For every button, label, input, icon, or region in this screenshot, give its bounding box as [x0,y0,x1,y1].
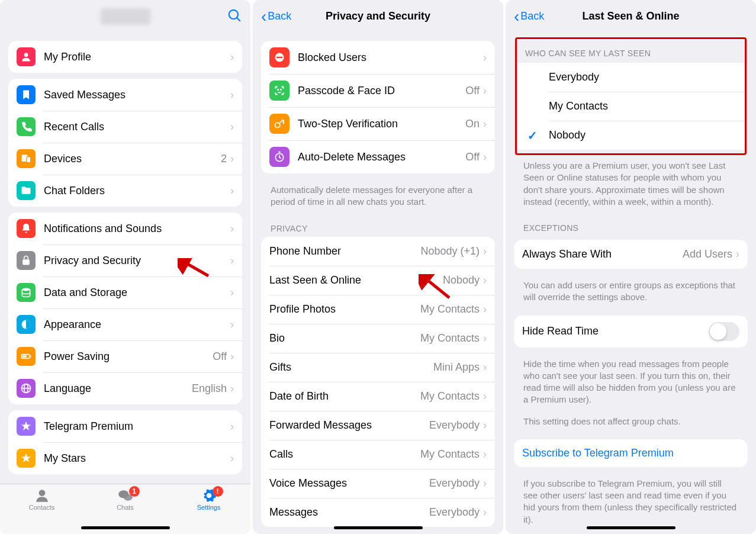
chevron-right-icon: › [483,85,487,97]
svg-point-0 [229,9,238,18]
svg-point-21 [278,89,279,91]
folder-icon [17,181,36,200]
row-label: Notifications and Sounds [44,223,230,235]
security-row-two-step-verification[interactable]: Two-Step Verification On › [261,107,495,140]
privacy-header: ‹Back Privacy and Security [253,0,503,33]
storage-icon [17,283,36,302]
chevron-right-icon: › [483,118,487,130]
always-share-row[interactable]: Always Share With Add Users › [514,240,748,269]
option-everybody[interactable]: Everybody [517,63,745,92]
chevron-right-icon: › [483,477,487,490]
svg-rect-4 [27,157,31,163]
settings-row-data-and-storage[interactable]: Data and Storage › [8,276,242,308]
settings-row-notifications-and-sounds[interactable]: Notifications and Sounds › [8,213,242,245]
devices-icon [17,149,36,168]
chevron-right-icon: › [736,248,739,260]
back-button[interactable]: ‹Back [261,8,291,25]
section-header: EXCEPTIONS [514,210,748,236]
svg-point-2 [24,53,28,57]
settings-row-chat-folders[interactable]: Chat Folders › [8,175,242,207]
chevron-left-icon: ‹ [514,8,519,25]
row-value: Off [465,85,480,97]
svg-rect-10 [22,355,27,357]
privacy-row-gifts[interactable]: Gifts Mini Apps › [261,353,495,382]
row-value: My Contacts [420,303,480,316]
lock-icon [17,251,36,270]
settings-row-privacy-and-security[interactable]: Privacy and Security › [8,245,242,276]
option-nobody[interactable]: ✓Nobody [517,121,745,150]
star-icon [17,417,36,436]
row-label: Appearance [44,319,230,331]
privacy-row-date-of-birth[interactable]: Date of Birth My Contacts › [261,382,495,411]
privacy-row-last-seen-online[interactable]: Last Seen & Online Nobody › [261,266,495,295]
security-row-auto-delete-messages[interactable]: Auto-Delete Messages Off › [261,140,495,173]
row-label: Data and Storage [44,287,230,299]
settings-row-power-saving[interactable]: Power Saving Off › [8,340,242,372]
tab-contacts[interactable]: Contacts [0,488,83,534]
chevron-right-icon: › [483,245,487,258]
chevron-right-icon: › [483,361,487,374]
privacy-row-calls[interactable]: Calls My Contacts › [261,440,495,469]
security-row-blocked-users[interactable]: Blocked Users › [261,41,495,74]
settings-row-language[interactable]: Language English › [8,372,242,404]
phone-icon [17,117,36,136]
footer-text: If you subscribe to Telegram Premium, yo… [514,473,748,534]
bell-icon [17,219,36,238]
chevron-left-icon: ‹ [261,8,266,25]
chevron-right-icon: › [230,319,234,331]
row-label: Chat Folders [44,185,230,197]
timer-icon [269,147,289,167]
row-label: Date of Birth [269,390,420,403]
settings-row-devices[interactable]: Devices 2 › [8,143,242,175]
privacy-row-messages[interactable]: Messages Everybody › [261,498,495,527]
toggle-switch[interactable] [709,322,739,341]
badge: 1 [129,486,140,497]
chevron-right-icon: › [483,448,487,461]
footer-text: This setting does not affect group chats… [514,408,748,430]
chevron-right-icon: › [483,303,487,316]
row-value: Everybody [429,419,480,432]
security-row-passcode-face-id[interactable]: Passcode & Face ID Off › [261,74,495,107]
chevron-right-icon: › [483,274,487,287]
row-label: Forwarded Messages [269,419,429,432]
privacy-row-bio[interactable]: Bio My Contacts › [261,324,495,353]
footer-text: Hide the time when you read messages fro… [514,353,748,408]
privacy-row-forwarded-messages[interactable]: Forwarded Messages Everybody › [261,411,495,440]
row-value: Off [213,350,227,363]
search-icon[interactable] [227,8,242,25]
row-value: Everybody [429,477,480,490]
row-label: Profile Photos [269,303,420,316]
option-my-contacts[interactable]: My Contacts [517,92,745,121]
bookmark-icon [17,85,36,104]
privacy-row-voice-messages[interactable]: Voice Messages Everybody › [261,469,495,498]
settings-row-my-stars[interactable]: My Stars › [8,442,242,474]
settings-row-my-profile[interactable]: My Profile › [8,41,242,73]
back-button[interactable]: ‹Back [514,8,544,25]
chevron-right-icon: › [230,153,234,165]
row-label: Always Share With [522,248,683,260]
row-label: My Profile [44,51,230,63]
hide-read-time-row[interactable]: Hide Read Time [514,316,748,348]
tab-settings[interactable]: Settings! [167,488,250,534]
row-label: Telegram Premium [44,420,230,433]
settings-row-appearance[interactable]: Appearance › [8,308,242,340]
chevron-right-icon: › [483,52,487,64]
settings-header [0,0,250,33]
privacy-row-phone-number[interactable]: Phone Number Nobody (+1) › [261,237,495,266]
row-value: Add Users [683,248,732,260]
tab-label: Chats [117,504,134,511]
svg-point-22 [281,89,282,91]
settings-row-recent-calls[interactable]: Recent Calls › [8,111,242,143]
row-label: Calls [269,448,420,461]
settings-row-telegram-premium[interactable]: Telegram Premium › [8,410,242,442]
row-label: Last Seen & Online [269,274,443,287]
row-value: Mini Apps [433,361,480,374]
row-label: Bio [269,332,420,345]
settings-row-saved-messages[interactable]: Saved Messages › [8,79,242,111]
row-label: Recent Calls [44,121,230,133]
chevron-right-icon: › [230,255,234,267]
privacy-row-profile-photos[interactable]: Profile Photos My Contacts › [261,295,495,324]
subscribe-premium-link[interactable]: Subscribe to Telegram Premium [514,439,748,467]
chevron-right-icon: › [483,390,487,403]
row-label: Messages [269,506,429,519]
